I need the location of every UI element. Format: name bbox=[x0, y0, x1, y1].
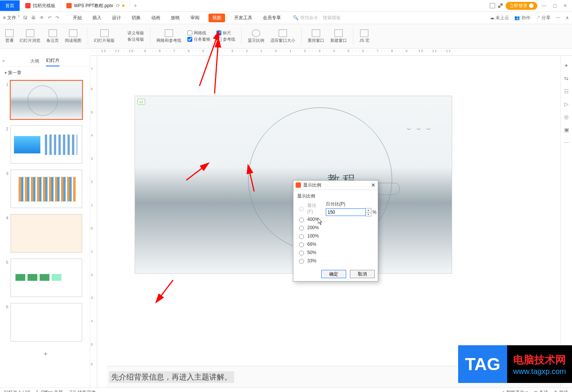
spin-down-icon[interactable]: ▼ bbox=[366, 213, 371, 216]
grid-and-guides[interactable]: 网格和参考线 bbox=[154, 29, 184, 43]
share-button[interactable]: ↗ 分享 bbox=[536, 15, 551, 21]
tab-docker-templates[interactable]: 找稻壳模板 bbox=[20, 0, 61, 11]
radio-200[interactable]: 200% bbox=[297, 225, 319, 231]
more-icon[interactable]: ⋯ bbox=[556, 15, 560, 20]
qa-print-icon[interactable]: 🖶 bbox=[31, 15, 36, 20]
menu-design[interactable]: 设计 bbox=[110, 14, 123, 22]
menu-view[interactable]: 视图 bbox=[209, 14, 225, 22]
menu-slideshow[interactable]: 放映 bbox=[169, 14, 181, 22]
menu-vip[interactable]: 会员专享 bbox=[261, 14, 282, 22]
rs-play-icon[interactable]: ▷ bbox=[564, 101, 569, 107]
rs-settings-icon[interactable]: ⇆ bbox=[564, 75, 569, 81]
tab-slides[interactable]: 幻灯片 bbox=[46, 57, 60, 66]
radio-33[interactable]: 33% bbox=[297, 258, 319, 264]
zoom-dialog: 显示比例 ✕ 显示比例 最佳(F) 400% 200% 100% 66% 50%… bbox=[293, 180, 378, 282]
fit-window[interactable]: 适应窗口大小 bbox=[268, 29, 298, 43]
svg-line-3 bbox=[248, 167, 254, 191]
notes-master[interactable]: 备注母版 bbox=[121, 37, 144, 42]
tab-outline[interactable]: 大纲 bbox=[30, 58, 39, 66]
qa-undo-icon[interactable]: ↶ bbox=[48, 15, 52, 20]
radio-100[interactable]: 100% bbox=[297, 233, 319, 239]
thumbnail-5[interactable]: 5 bbox=[4, 259, 87, 297]
qa-save-icon[interactable]: 🖫 bbox=[23, 15, 28, 20]
layout-icon-2[interactable] bbox=[498, 3, 503, 8]
coop-button[interactable]: 👥 协作 bbox=[514, 15, 530, 21]
thumbnail-2[interactable]: 2 bbox=[4, 125, 87, 164]
view-normal[interactable]: 普通 bbox=[3, 29, 16, 43]
dialog-close-button[interactable]: ✕ bbox=[371, 182, 376, 188]
radio-400[interactable]: 400% bbox=[297, 216, 319, 222]
arrange-windows[interactable]: 重排窗口 bbox=[305, 29, 327, 43]
ok-button[interactable]: 确定 bbox=[321, 270, 346, 278]
thumbnail-list[interactable]: 1 2 3 4 5 6 ＋ bbox=[0, 79, 90, 387]
percent-spinner[interactable]: ▲▼ bbox=[366, 208, 371, 216]
rs-ai-icon[interactable]: ✦ bbox=[564, 63, 569, 69]
v-tick: 7 bbox=[91, 67, 93, 71]
view-reading[interactable]: 阅读视图 bbox=[63, 29, 84, 43]
menu-insert[interactable]: 插入 bbox=[91, 14, 103, 22]
thumbnail-3[interactable]: 3 bbox=[4, 170, 87, 208]
window-minimize[interactable]: — bbox=[540, 3, 548, 8]
slide-master[interactable]: 幻灯片母版 bbox=[92, 29, 117, 43]
collapse-panel-icon[interactable]: « bbox=[2, 58, 5, 63]
status-theme[interactable]: 1_Office 主题 bbox=[36, 389, 63, 392]
percent-symbol: % bbox=[373, 210, 377, 215]
status-bar: 幻灯片 1 / 18 1_Office 主题 ⊤ℱ 缺失字体 ✧ 智能美化 ▾ … bbox=[0, 387, 572, 392]
layout-icon-1[interactable] bbox=[490, 3, 495, 8]
rs-template-icon[interactable]: ▣ bbox=[564, 127, 569, 133]
v-tick: 3 bbox=[91, 296, 93, 300]
menu-review[interactable]: 审阅 bbox=[189, 14, 201, 22]
percent-group: 百分比(P) ▲▼ % bbox=[326, 201, 377, 264]
thumbnail-1[interactable]: 1 bbox=[4, 81, 87, 119]
animation-marker[interactable]: a1 bbox=[138, 99, 145, 105]
thumb-preview bbox=[11, 81, 82, 119]
thumb-preview bbox=[11, 214, 82, 253]
status-missing-font[interactable]: ⊤ℱ 缺失字体 bbox=[69, 389, 95, 392]
menu-transition[interactable]: 切换 bbox=[130, 14, 142, 22]
add-slide-button[interactable]: ＋ bbox=[4, 348, 87, 360]
window-maximize[interactable]: ▢ bbox=[551, 3, 558, 8]
command-search[interactable]: 🔍 查找命令、搜索模板 bbox=[293, 15, 341, 21]
status-beautify[interactable]: ✧ 智能美化 ▾ bbox=[501, 389, 528, 392]
new-window[interactable]: 新建窗口 bbox=[328, 29, 349, 43]
dialog-titlebar[interactable]: 显示比例 ✕ bbox=[293, 181, 378, 190]
rs-more-icon[interactable]: ⋯ bbox=[564, 139, 569, 145]
cloud-status[interactable]: ☁ 未上云 bbox=[490, 15, 509, 21]
radio-50[interactable]: 50% bbox=[297, 250, 319, 256]
thumbnail-6[interactable]: 6 bbox=[4, 303, 87, 341]
file-menu[interactable]: ≡ 文件 ˅ bbox=[3, 15, 20, 21]
spin-up-icon[interactable]: ▲ bbox=[366, 208, 371, 213]
login-button[interactable]: 立即登录 bbox=[506, 2, 537, 10]
status-comments[interactable]: ✎ 批注 bbox=[554, 389, 568, 392]
panel-toggle-icon[interactable]: ∧ bbox=[566, 15, 569, 20]
view-sorter[interactable]: 幻灯片浏览 bbox=[17, 29, 43, 43]
percent-input[interactable] bbox=[326, 208, 366, 216]
annotation-arrow-5 bbox=[154, 278, 177, 309]
menu-start[interactable]: 开始 bbox=[71, 14, 83, 22]
view-notes[interactable]: 备注页 bbox=[44, 29, 61, 43]
thumb-preview bbox=[11, 303, 82, 341]
notes-text[interactable]: 先介绍背景信息，再进入主题讲解。 bbox=[109, 371, 234, 383]
tab-home[interactable]: 首页 bbox=[0, 0, 20, 11]
add-tab-button[interactable]: ＋ bbox=[130, 2, 141, 9]
handout-icon bbox=[121, 31, 126, 35]
tab-current-file[interactable]: WPS PPT教程.pptx ⟳ bbox=[61, 0, 130, 11]
v-tick: 2 bbox=[91, 273, 93, 277]
radio-66[interactable]: 66% bbox=[297, 241, 319, 247]
js-macro[interactable]: JS 宏 bbox=[357, 29, 372, 43]
section-header[interactable]: 第一章 bbox=[0, 67, 90, 79]
status-notes[interactable]: ≣ 备注 bbox=[534, 389, 548, 392]
menu-devtools[interactable]: 开发工具 bbox=[233, 14, 254, 22]
cancel-button[interactable]: 取消 bbox=[350, 270, 375, 278]
thumbnail-4[interactable]: 4 bbox=[4, 214, 87, 253]
tab-close-icon[interactable]: ⟳ bbox=[116, 3, 120, 8]
zoom-ratio[interactable]: 显示比例 bbox=[245, 29, 267, 43]
qa-preview-icon[interactable]: 👁 bbox=[40, 15, 44, 20]
menu-animation[interactable]: 动画 bbox=[150, 14, 162, 22]
view-sorter-label: 幻灯片浏览 bbox=[20, 38, 40, 43]
rs-location-icon[interactable]: ◎ bbox=[564, 114, 569, 120]
handout-master[interactable]: 讲义母版 bbox=[121, 30, 144, 36]
rs-style-icon[interactable]: ☷ bbox=[564, 88, 569, 94]
qa-redo-icon[interactable]: ↷ bbox=[55, 15, 59, 20]
window-close[interactable]: ✕ bbox=[561, 3, 569, 8]
